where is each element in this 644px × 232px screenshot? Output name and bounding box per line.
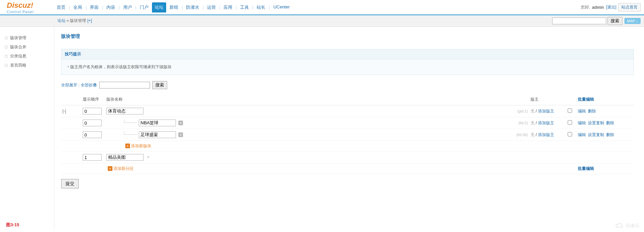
add-category-row: + 添加新分区 批量编辑 [61,163,634,174]
delete-link[interactable]: 删除 [606,132,614,137]
row-checkbox[interactable] [568,120,572,125]
page-title: 版块管理 [61,33,634,43]
forum-name-input[interactable] [139,131,176,138]
edit-link[interactable]: 编辑 [578,121,586,125]
order-input[interactable] [83,131,102,138]
nav-content[interactable]: 内容 [104,2,118,12]
nav-forum[interactable]: 论坛 [152,2,166,12]
tip-box: 技巧提示 版主用户名为粗体，则表示该版主权限可继承到下级版块 [61,49,634,75]
logo: Discuz! Control Panel [3,1,54,14]
tree-line-icon [124,131,137,135]
crumb-current: 版块管理 [70,18,86,23]
nav-app[interactable]: 应用 [221,2,235,12]
nav-user[interactable]: 用户 [121,2,135,12]
table-row: + (fid:2) 无 / 添加版主 编辑设置复制删除 [61,117,634,129]
copy-setting-link[interactable]: 设置复制 [588,132,604,137]
submit-button[interactable]: 提交 [61,179,79,188]
toggle-collapse[interactable]: [-] [62,109,66,113]
id-tag: (fid:36) [516,133,528,137]
table-row: [-] (gid:1) 无 / 添加版主 编辑删除 [61,105,634,117]
tip-heading: 技巧提示 [61,49,634,59]
nav-ui[interactable]: 界面 [87,2,101,12]
batch-edit-link[interactable]: 批量编辑 [578,166,594,171]
top-search-button[interactable]: 搜索 [608,17,622,25]
nav-portal[interactable]: 门户 [137,2,151,12]
figure-label: 图3-15 [6,222,19,228]
add-sub-row: + 添加新版块 [61,141,634,152]
nav-antispam[interactable]: 防灌水 [183,2,202,12]
nav-operation[interactable]: 运营 [204,2,218,12]
sidebar: 版块管理 版块合并 分类信息 首页四格 [0,27,54,229]
watermark: 亿速云 [615,223,639,229]
sidebar-item-category-info[interactable]: 分类信息 [5,52,54,61]
forum-name-input[interactable] [139,120,176,126]
delete-link[interactable]: 删除 [606,121,614,125]
expand-all-link[interactable]: 全部展开 [61,83,77,87]
delete-link[interactable]: 删除 [588,109,596,113]
edit-link[interactable]: 编辑 [578,109,586,113]
nav-global[interactable]: 全局 [71,2,85,12]
row-checkbox[interactable] [568,132,572,136]
sidebar-item-forum-manage[interactable]: 版块管理 [5,33,54,43]
table-row: + (fid:36) 无 / 添加版主 编辑设置复制删除 [61,129,634,141]
copy-setting-link[interactable]: 设置复制 [588,121,604,125]
row-checkbox[interactable] [568,108,572,113]
nav-tools[interactable]: 工具 [237,2,252,12]
crumb-forum[interactable]: 论坛 [57,18,66,23]
sidebar-item-home-grid[interactable]: 首页四格 [5,61,54,70]
tip-text: 版主用户名为粗体，则表示该版主权限可继承到下级版块 [61,59,634,75]
add-owner-link[interactable]: 添加版主 [538,109,554,113]
collapse-all-link[interactable]: 全部折叠 [81,83,97,87]
plus-icon[interactable]: + [125,144,130,148]
sidebar-item-forum-merge[interactable]: 版块合并 [5,43,54,52]
id-tag: (fid:2) [518,121,528,125]
brand-bang: ! [31,1,33,9]
col-batch-edit[interactable]: 批量编辑 [578,97,594,102]
nav-siteowner[interactable]: 站长 [254,2,268,12]
order-input[interactable] [83,154,102,161]
map-button[interactable]: MAP ↓ [624,18,641,24]
id-tag: (gid:1) [517,109,528,113]
top-search-input[interactable] [552,18,606,24]
nav-home[interactable]: 首页 [54,2,68,12]
add-child-icon[interactable]: + [178,121,183,125]
remove-icon[interactable]: × [147,154,150,160]
username: admin [592,5,604,10]
add-child-icon[interactable]: + [178,132,183,137]
site-home-button[interactable]: 站点首页 [618,3,641,11]
col-order: 显示顺序 [81,94,105,105]
order-input[interactable] [83,120,102,126]
greeting: 您好, [581,4,590,10]
cloud-icon [615,223,625,229]
forum-search-button[interactable]: 搜索 [152,81,167,89]
forum-name-input[interactable] [106,108,144,114]
add-category-link[interactable]: 添加新分区 [113,166,134,171]
main-nav: 首页| 全局| 界面| 内容| 用户| 门户 论坛 群组| 防灌水| 运营| 应… [54,2,581,12]
forum-name-input[interactable] [106,154,144,161]
nav-ucenter[interactable]: UCenter [271,2,292,12]
table-row: × [61,152,634,163]
control-panel-label: Control Panel [7,10,54,14]
col-name: 版块名称 [105,94,502,105]
logout-link[interactable]: [退出] [606,4,616,10]
edit-link[interactable]: 编辑 [578,132,586,137]
tree-line-icon [124,120,137,123]
add-owner-link[interactable]: 添加版主 [538,132,554,137]
add-sub-forum-link[interactable]: 添加新版块 [131,144,151,148]
forum-search-input[interactable] [99,82,150,88]
breadcrumb: 论坛 » 版块管理 [+] [57,18,552,24]
plus-icon[interactable]: + [108,166,112,171]
brand-text: Discuz [7,1,31,9]
col-owner: 版主 [529,94,566,105]
add-owner-link[interactable]: 添加版主 [538,121,554,125]
order-input[interactable] [83,108,102,114]
owner-none: 无 [531,109,535,113]
nav-group[interactable]: 群组 [167,2,181,12]
crumb-add[interactable]: [+] [87,18,92,23]
